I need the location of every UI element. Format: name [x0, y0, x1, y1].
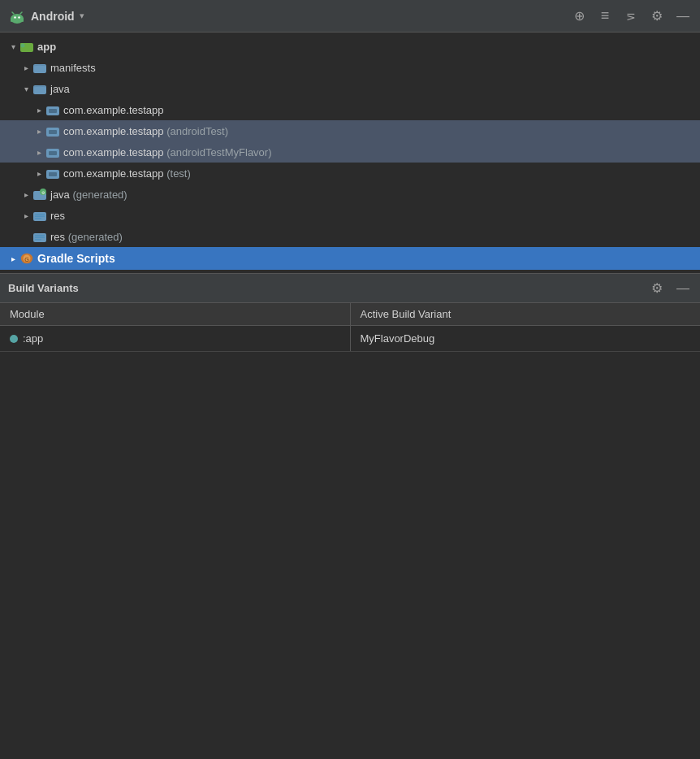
res-gen-suffix: (generated)	[65, 231, 123, 243]
col-module-header: Module	[0, 303, 350, 326]
java-label: java	[50, 83, 70, 95]
build-variants-header: Build Variants ⚙ —	[0, 274, 700, 303]
tree-arrow-app: ▾	[6, 42, 19, 51]
svg-rect-16	[49, 130, 57, 134]
pkg3-suffix: (androidTestMyFlavor)	[164, 146, 272, 158]
minimize-button[interactable]: —	[674, 7, 692, 25]
tree-item-pkg3[interactable]: ▸ com.example.testapp (androidTestMyFlav…	[0, 141, 700, 163]
tree-item-java-gen[interactable]: ▸ ⚙ java (generated)	[0, 184, 700, 205]
java-gen-label: java	[50, 189, 70, 201]
bv-minimize-button[interactable]: —	[674, 280, 692, 297]
tree-arrow-pkg2: ▸	[32, 127, 45, 136]
toolbar: Android ▾ ⊕ ≡ ⋝ ⚙ —	[0, 0, 700, 33]
tree-arrow-pkg3: ▸	[32, 148, 45, 157]
svg-rect-25	[35, 214, 45, 215]
app-folder-icon	[19, 39, 34, 54]
svg-text:G: G	[24, 256, 29, 263]
res-folder-icon	[32, 208, 47, 223]
tree-arrow-java-gen: ▸	[19, 190, 32, 199]
build-variants-actions: ⚙ —	[648, 280, 692, 297]
tree-item-app[interactable]: ▾ app	[0, 36, 700, 57]
res-label: res	[50, 210, 65, 222]
toolbar-title: Android	[31, 10, 75, 23]
table-row[interactable]: :app MyFlavorDebug	[0, 326, 700, 352]
app-label: app	[37, 41, 56, 53]
svg-rect-1	[11, 15, 23, 22]
variant-value: MyFlavorDebug	[361, 332, 435, 345]
res-gen-folder-icon	[32, 229, 47, 244]
tree-item-manifests[interactable]: ▸ manifests	[0, 57, 700, 78]
filter2-button[interactable]: ⋝	[622, 7, 640, 25]
dropdown-chevron-icon[interactable]: ▾	[80, 11, 84, 21]
java-gen-folder-icon: ⚙	[32, 187, 47, 202]
svg-line-4	[12, 12, 14, 14]
svg-point-2	[14, 16, 15, 18]
add-button[interactable]: ⊕	[570, 7, 588, 25]
svg-rect-6	[11, 18, 12, 22]
pkg2-label: com.example.testapp	[63, 125, 164, 137]
res-gen-label: res	[50, 231, 65, 243]
svg-rect-7	[22, 18, 24, 22]
svg-rect-20	[49, 172, 57, 176]
manifests-label: manifests	[50, 62, 96, 74]
tree-item-res[interactable]: ▸ res	[0, 205, 700, 226]
svg-rect-14	[49, 109, 57, 113]
gradle-folder-icon: G	[19, 251, 34, 266]
tree-arrow-res: ▸	[19, 211, 32, 220]
module-name: :app	[23, 332, 43, 345]
col-variant-header: Active Build Variant	[350, 303, 700, 326]
settings-button[interactable]: ⚙	[648, 7, 666, 25]
pkg3-folder-icon	[45, 145, 60, 159]
tree-arrow-manifests: ▸	[19, 63, 32, 72]
build-variants-panel: Build Variants ⚙ — Module Active Build V…	[0, 273, 700, 352]
module-cell: :app	[0, 326, 350, 352]
filter-button[interactable]: ≡	[596, 7, 614, 25]
svg-rect-30	[35, 237, 45, 239]
tree-item-gradle-scripts[interactable]: ▸ G Gradle Scripts	[0, 247, 700, 270]
svg-point-3	[18, 16, 19, 18]
table-header-row: Module Active Build Variant	[0, 303, 700, 326]
build-variants-table: Module Active Build Variant :app MyFlavo…	[0, 303, 700, 352]
variant-cell[interactable]: MyFlavorDebug	[350, 326, 700, 352]
tree-item-res-gen[interactable]: ▸ res (generated)	[0, 226, 700, 247]
tree-arrow-gradle: ▸	[6, 254, 19, 263]
svg-line-5	[20, 12, 22, 14]
manifests-folder-icon	[32, 60, 47, 75]
tree-arrow-pkg1: ▸	[32, 106, 45, 115]
svg-rect-27	[35, 218, 41, 219]
pkg4-suffix: (test)	[164, 167, 191, 180]
build-variants-title: Build Variants	[8, 282, 648, 294]
tree-item-pkg2[interactable]: ▸ com.example.testapp (androidTest)	[0, 120, 700, 141]
pkg4-folder-icon	[45, 166, 60, 180]
java-folder-icon	[32, 81, 47, 96]
pkg1-folder-icon	[45, 102, 60, 117]
pkg1-label: com.example.testapp	[63, 104, 164, 116]
tree-item-pkg1[interactable]: ▸ com.example.testapp	[0, 99, 700, 120]
bv-settings-button[interactable]: ⚙	[648, 280, 666, 297]
svg-rect-31	[35, 239, 41, 241]
pkg3-label: com.example.testapp	[63, 146, 164, 158]
svg-rect-26	[35, 216, 45, 218]
module-dot-icon	[10, 335, 18, 343]
android-icon	[8, 7, 26, 25]
tree-item-java[interactable]: ▾ java	[0, 78, 700, 99]
java-gen-suffix: (generated)	[70, 189, 127, 201]
toolbar-left: Android ▾	[8, 7, 570, 25]
pkg2-folder-icon	[45, 124, 60, 138]
pkg2-suffix: (androidTest)	[164, 125, 228, 137]
file-tree: ▾ app ▸ manifests ▾ java ▸ com.example.t…	[0, 33, 700, 273]
svg-rect-18	[49, 151, 57, 155]
svg-point-10	[21, 44, 25, 48]
svg-rect-29	[35, 235, 45, 236]
tree-arrow-java: ▾	[19, 85, 32, 93]
tree-item-pkg4[interactable]: ▸ com.example.testapp (test)	[0, 163, 700, 184]
pkg4-label: com.example.testapp	[63, 167, 164, 180]
toolbar-actions: ⊕ ≡ ⋝ ⚙ —	[570, 7, 692, 25]
gradle-scripts-label: Gradle Scripts	[37, 252, 115, 265]
tree-arrow-pkg4: ▸	[32, 169, 45, 178]
